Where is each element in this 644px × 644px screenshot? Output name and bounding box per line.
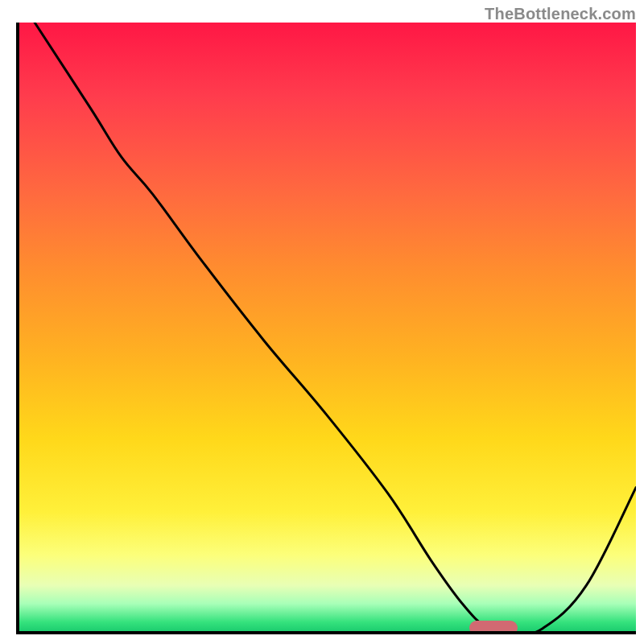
curve-svg	[16, 23, 636, 634]
plot-area	[16, 23, 636, 634]
plot-clip	[16, 23, 636, 634]
attribution-text: TheBottleneck.com	[485, 5, 636, 23]
bottleneck-curve	[35, 23, 636, 634]
x-axis	[16, 631, 636, 634]
y-axis	[16, 23, 19, 634]
